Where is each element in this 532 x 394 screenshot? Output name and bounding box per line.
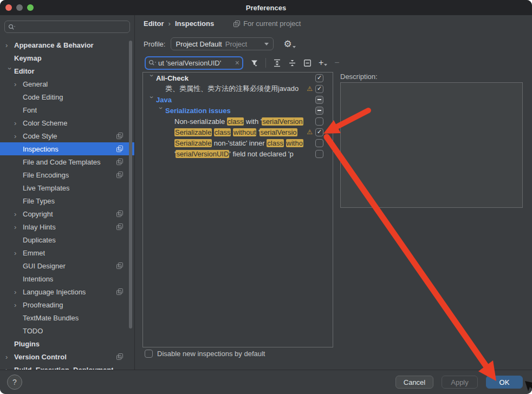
sidebar-item-label: Appearance & Behavior (14, 41, 94, 49)
sidebar-item-duplicates[interactable]: ›Duplicates (0, 233, 135, 246)
sidebar-item-gui-designer[interactable]: ›GUI Designer (0, 259, 135, 272)
minimize-button (16, 4, 23, 11)
sidebar-item-todo[interactable]: ›TODO (0, 324, 135, 337)
search-match-highlight: witho (286, 139, 303, 147)
sidebar-item-plugins[interactable]: ›Plugins (0, 337, 135, 350)
chevron-right-icon[interactable]: › (14, 81, 23, 88)
sidebar-item-intentions[interactable]: ›Intentions (0, 272, 135, 285)
scope-label: For current project (243, 19, 301, 28)
chevron-down-icon (293, 46, 296, 48)
sidebar-item-code-editing[interactable]: ›Code Editing (0, 90, 135, 103)
inspection-row-javadoc-comment-rule[interactable]: 类、类属性、类方法的注释必须使用javado⚠ (143, 83, 333, 94)
sidebar-item-proofreading[interactable]: ›Proofreading (0, 298, 135, 311)
sidebar-item-label: GUI Designer (23, 262, 66, 270)
description-label: Description: (340, 73, 378, 81)
chevron-right-icon[interactable]: › (14, 249, 23, 257)
zoom-button[interactable] (27, 4, 34, 11)
sidebar-item-inlay-hints[interactable]: ›Inlay Hints (0, 220, 135, 233)
inspection-checkbox-checked[interactable] (315, 85, 323, 93)
inspection-checkbox-checked[interactable] (315, 128, 323, 136)
inspection-checkbox-unchecked[interactable] (315, 150, 323, 158)
chevron-right-icon[interactable]: › (14, 120, 23, 127)
inspection-checkbox-unchecked[interactable] (315, 117, 323, 126)
sidebar-item-appearance-behavior[interactable]: ›Appearance & Behavior (0, 38, 135, 51)
sidebar-item-font[interactable]: ›Font (0, 103, 135, 116)
inspection-row-serialization-issues[interactable]: ›Serialization issues (143, 105, 333, 116)
sidebar-item-label: Emmet (23, 249, 45, 257)
inspection-group-label: Ali-Check (156, 74, 315, 82)
sidebar-item-version-control[interactable]: ›Version Control (0, 350, 135, 363)
sidebar-item-file-types[interactable]: ›File Types (0, 194, 135, 207)
inspections-search-value: ut 'serialVersionUID' (158, 59, 232, 67)
settings-sidebar: ›Appearance & Behavior›Keymap›Editor›Gen… (0, 15, 135, 370)
clear-search-icon[interactable]: × (234, 58, 239, 67)
add-icon[interactable]: + (319, 59, 327, 67)
sidebar-item-file-encodings[interactable]: ›File Encodings (0, 168, 135, 181)
chevron-down-icon (264, 43, 269, 45)
sidebar-search-field[interactable] (4, 21, 130, 33)
help-button[interactable]: ? (7, 375, 22, 390)
disable-new-inspections-checkbox[interactable] (145, 350, 153, 358)
copy-icon (116, 224, 123, 230)
chevron-right-icon[interactable]: › (14, 288, 23, 296)
sidebar-item-build-execution-deployment[interactable]: ›Build, Execution, Deployment (0, 363, 135, 370)
disable-new-inspections-option[interactable]: Disable new inspections by default (145, 350, 265, 358)
window-title: Preferences (246, 4, 286, 12)
copy-icon (116, 211, 123, 217)
chevron-down-icon[interactable]: › (7, 67, 14, 76)
chevron-right-icon[interactable]: › (14, 211, 23, 218)
expand-all-icon[interactable] (273, 59, 281, 67)
scheme-icon (233, 21, 240, 27)
sidebar-item-inspections[interactable]: ›Inspections (0, 142, 135, 155)
inspection-row-ali-check[interactable]: ›Ali-Check (143, 73, 333, 83)
inspection-checkbox-unchecked[interactable] (315, 139, 323, 147)
inspection-row-serialversionuid-field-not-declared[interactable]: 'serialVersionUID' field not declared 'p (143, 148, 333, 159)
ok-button[interactable]: OK (486, 376, 523, 389)
profile-dropdown[interactable]: Project Default Project (171, 37, 274, 50)
inspection-row-serializable-non-static-inner-class[interactable]: Serializable non-'static' inner class wi… (143, 137, 333, 148)
sidebar-item-code-style[interactable]: ›Code Style (0, 129, 135, 142)
chevron-right-icon[interactable]: › (5, 353, 14, 360)
profile-settings-button[interactable]: ⚙ (283, 40, 295, 49)
close-button[interactable] (5, 4, 12, 11)
chevron-down-icon[interactable]: › (148, 74, 155, 83)
collapse-all-icon[interactable] (288, 59, 296, 67)
sidebar-item-copyright[interactable]: ›Copyright (0, 207, 135, 220)
inspection-row-serializable-class-without-serialversionuid[interactable]: Serializable class without 'serialVersio… (143, 127, 333, 137)
inspections-search-field[interactable]: ut 'serialVersionUID' × (145, 56, 243, 70)
chevron-right-icon[interactable]: › (14, 301, 23, 308)
chevron-down-icon[interactable]: › (158, 107, 165, 115)
inspection-checkbox-checked[interactable] (315, 74, 323, 82)
chevron-down-icon[interactable]: › (148, 96, 155, 104)
breadcrumb-editor[interactable]: Editor (144, 19, 164, 28)
search-match-highlight: serialVersio (259, 128, 297, 136)
inspection-label: 类、类属性、类方法的注释必须使用javado (165, 84, 307, 94)
sidebar-item-live-templates[interactable]: ›Live Templates (0, 181, 135, 194)
sidebar-search-input[interactable] (17, 22, 126, 31)
sidebar-item-keymap[interactable]: ›Keymap (0, 51, 135, 64)
cancel-button[interactable]: Cancel (395, 376, 433, 389)
inspection-row-non-serializable-class-with-serialversionuid[interactable]: Non-serializable class with 'serialVersi… (143, 116, 333, 127)
breadcrumb-inspections[interactable]: Inspections (175, 19, 214, 28)
sidebar-item-general[interactable]: ›General (0, 77, 135, 90)
sidebar-item-label: Code Editing (23, 93, 63, 101)
chevron-right-icon[interactable]: › (5, 42, 14, 49)
sidebar-item-label: Build, Execution, Deployment (14, 366, 113, 370)
sidebar-item-emmet[interactable]: ›Emmet (0, 246, 135, 259)
chevron-right-icon[interactable]: › (14, 133, 23, 140)
inspection-row-java[interactable]: ›Java (143, 94, 333, 105)
sidebar-scrollbar-thumb[interactable] (129, 41, 132, 329)
scope-selector[interactable]: For current project (233, 19, 301, 28)
inspection-label: Non-serializable class with 'serialVersi… (174, 117, 315, 126)
inspection-checkbox-indeterminate[interactable] (315, 96, 323, 104)
sidebar-item-language-injections[interactable]: ›Language Injections (0, 285, 135, 298)
sidebar-item-file-and-code-templates[interactable]: ›File and Code Templates (0, 155, 135, 168)
chevron-right-icon[interactable]: › (14, 224, 23, 231)
sidebar-item-label: Plugins (14, 340, 40, 348)
filter-icon[interactable] (250, 59, 258, 67)
reset-inspection-icon[interactable] (303, 59, 312, 67)
sidebar-item-textmate-bundles[interactable]: ›TextMate Bundles (0, 311, 135, 324)
sidebar-item-color-scheme[interactable]: ›Color Scheme (0, 116, 135, 129)
sidebar-item-editor[interactable]: ›Editor (0, 64, 135, 77)
inspection-checkbox-indeterminate[interactable] (315, 107, 323, 115)
